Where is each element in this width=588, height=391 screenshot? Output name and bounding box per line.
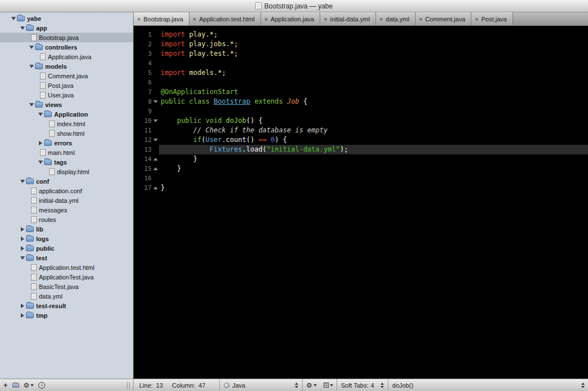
code-line[interactable]: 6 bbox=[134, 78, 588, 87]
add-folder-button[interactable] bbox=[12, 383, 19, 388]
info-button[interactable]: i bbox=[38, 382, 45, 389]
action-menu-button[interactable]: ⚙ bbox=[24, 382, 34, 389]
disclosure-triangle-icon[interactable] bbox=[28, 61, 35, 71]
tab-post-java[interactable]: ×Post.java bbox=[471, 12, 513, 25]
tree-item-tags[interactable]: tags bbox=[0, 157, 133, 167]
disclosure-triangle-icon[interactable] bbox=[37, 138, 44, 148]
code-line[interactable]: 14 } bbox=[134, 154, 588, 164]
tree-item-routes[interactable]: routes bbox=[0, 215, 133, 224]
disclosure-triangle-icon[interactable] bbox=[37, 109, 44, 119]
tree-item-display-html[interactable]: display.html bbox=[0, 167, 133, 176]
fold-column bbox=[152, 68, 159, 78]
tree-item-views[interactable]: views bbox=[0, 100, 133, 109]
app-window: Bootstrap.java — yabe yabeappBootstrap.j… bbox=[0, 0, 588, 391]
tree-item-test-result[interactable]: test-result bbox=[0, 301, 133, 310]
code-editor[interactable]: 1import play.*;2import play.jobs.*;3impo… bbox=[134, 26, 588, 379]
drawer-resize-handle[interactable] bbox=[127, 382, 130, 389]
fold-column bbox=[152, 106, 159, 116]
new-file-button[interactable]: + bbox=[3, 381, 8, 389]
tree-item-test[interactable]: test bbox=[0, 253, 133, 263]
tree-item-application-conf[interactable]: application.conf bbox=[0, 186, 133, 196]
disclosure-triangle-icon[interactable] bbox=[19, 224, 26, 234]
tree-item-application[interactable]: Application bbox=[0, 109, 133, 119]
fold-marker-icon[interactable] bbox=[152, 154, 159, 164]
line-number: 11 bbox=[134, 126, 152, 135]
code-line[interactable]: 15 } bbox=[134, 164, 588, 174]
disclosure-triangle-icon[interactable] bbox=[19, 243, 26, 253]
tree-item-comment-java[interactable]: Comment.java bbox=[0, 71, 133, 81]
tab-application-test-html[interactable]: ×Application.test.html bbox=[189, 12, 261, 25]
code-line[interactable]: 4 bbox=[134, 59, 588, 68]
disclosure-triangle-icon[interactable] bbox=[19, 253, 26, 263]
code-line[interactable]: 8public class Bootstrap extends Job { bbox=[134, 97, 588, 106]
tab-application-java[interactable]: ×Application.java bbox=[261, 12, 321, 25]
code-line[interactable]: 7@OnApplicationStart bbox=[134, 87, 588, 97]
disclosure-triangle-icon[interactable] bbox=[10, 14, 17, 23]
title-bar[interactable]: Bootstrap.java — yabe bbox=[0, 0, 588, 12]
tree-item-application-test-html[interactable]: Application.test.html bbox=[0, 263, 133, 272]
tree-item-lib[interactable]: lib bbox=[0, 224, 133, 234]
tree-item-yabe[interactable]: yabe bbox=[0, 14, 133, 23]
disclosure-triangle-icon[interactable] bbox=[19, 310, 26, 320]
disclosure-triangle-icon[interactable] bbox=[19, 234, 26, 243]
tree-item-tmp[interactable]: tmp bbox=[0, 310, 133, 320]
tree-item-app[interactable]: app bbox=[0, 23, 133, 33]
tree-item-basictest-java[interactable]: BasicTest.java bbox=[0, 282, 133, 291]
tab-close-icon[interactable]: × bbox=[419, 16, 422, 22]
code-line[interactable]: 16 bbox=[134, 174, 588, 183]
code-line[interactable]: 1import play.*; bbox=[134, 30, 588, 39]
fold-marker-icon[interactable] bbox=[152, 183, 159, 193]
tree-item-controllers[interactable]: controllers bbox=[0, 42, 133, 52]
disclosure-triangle-icon[interactable] bbox=[37, 157, 44, 167]
tree-item-conf[interactable]: conf bbox=[0, 176, 133, 186]
disclosure-triangle-icon[interactable] bbox=[19, 176, 26, 186]
tree-item-user-java[interactable]: User.java bbox=[0, 90, 133, 100]
tree-item-main-html[interactable]: main.html bbox=[0, 148, 133, 157]
tree-item-post-java[interactable]: Post.java bbox=[0, 81, 133, 90]
fold-marker-icon[interactable] bbox=[152, 97, 159, 106]
tab-close-icon[interactable]: × bbox=[379, 16, 383, 22]
tab-close-icon[interactable]: × bbox=[475, 16, 478, 22]
code-line[interactable]: 11 // Check if the database is empty bbox=[134, 126, 588, 135]
fold-marker-icon[interactable] bbox=[152, 116, 159, 126]
tab-data-yml[interactable]: ×data.yml bbox=[376, 12, 415, 25]
tab-close-icon[interactable]: × bbox=[193, 16, 196, 22]
tree-item-bootstrap-java[interactable]: Bootstrap.java bbox=[0, 33, 133, 42]
tree-item-messages[interactable]: messages bbox=[0, 205, 133, 215]
soft-tabs-dropdown[interactable]: Soft Tabs: 4 bbox=[337, 379, 388, 391]
tree-item-index-html[interactable]: index.html bbox=[0, 119, 133, 128]
code-line[interactable]: 2import play.jobs.*; bbox=[134, 39, 588, 49]
tree-item-models[interactable]: models bbox=[0, 61, 133, 71]
tree-item-applicationtest-java[interactable]: ApplicationTest.java bbox=[0, 272, 133, 282]
tab-initial-data-yml[interactable]: ×initial-data.yml bbox=[320, 12, 376, 25]
code-line[interactable]: 5import models.*; bbox=[134, 68, 588, 78]
tree-item-show-html[interactable]: show.html bbox=[0, 128, 133, 138]
code-line[interactable]: 17} bbox=[134, 183, 588, 193]
tree-item-logs[interactable]: logs bbox=[0, 234, 133, 243]
language-dropdown[interactable]: Java bbox=[220, 379, 302, 391]
tab-comment-java[interactable]: ×Comment.java bbox=[415, 12, 471, 25]
fold-marker-icon[interactable] bbox=[152, 164, 159, 174]
tree-item-data-yml[interactable]: data.yml bbox=[0, 291, 133, 301]
code-line[interactable]: 13 Fixtures.load("initial-data.yml"); bbox=[134, 145, 588, 154]
code-line[interactable]: 3import play.test.*; bbox=[134, 49, 588, 59]
bundle-menu-dropdown[interactable]: ⚙ bbox=[303, 379, 320, 391]
tree-item-initial-data-yml[interactable]: initial-data.yml bbox=[0, 196, 133, 205]
tree-item-application-java[interactable]: Application.java bbox=[0, 52, 133, 61]
code-line[interactable]: 9 bbox=[134, 106, 588, 116]
disclosure-triangle-icon[interactable] bbox=[19, 301, 26, 310]
fold-marker-icon[interactable] bbox=[152, 135, 159, 145]
tree-item-errors[interactable]: errors bbox=[0, 138, 133, 148]
disclosure-triangle-icon[interactable] bbox=[28, 42, 35, 52]
disclosure-triangle-icon[interactable] bbox=[19, 23, 26, 33]
tab-close-icon[interactable]: × bbox=[264, 16, 268, 22]
code-line[interactable]: 10 public void doJob() { bbox=[134, 116, 588, 126]
disclosure-triangle-icon[interactable] bbox=[28, 100, 35, 109]
tab-close-icon[interactable]: × bbox=[324, 16, 327, 22]
options-menu-dropdown[interactable] bbox=[320, 379, 337, 391]
symbol-dropdown[interactable]: doJob() bbox=[388, 379, 588, 391]
tab-close-icon[interactable]: × bbox=[137, 16, 140, 22]
tab-bootstrap-java[interactable]: ×Bootstrap.java bbox=[134, 12, 189, 25]
tree-item-public[interactable]: public bbox=[0, 243, 133, 253]
code-line[interactable]: 12 if(User.count() == 0) { bbox=[134, 135, 588, 145]
